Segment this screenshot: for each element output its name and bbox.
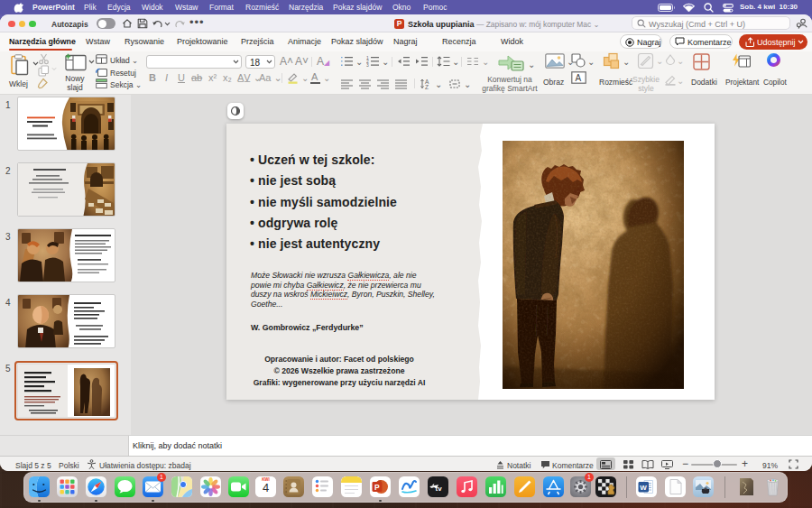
svg-text:P: P	[374, 483, 380, 492]
svg-text:A: A	[576, 73, 582, 83]
svg-text:Z: Z	[425, 84, 429, 90]
svg-text:W: W	[640, 484, 647, 492]
svg-text:3: 3	[366, 62, 369, 67]
svg-text:tv: tv	[436, 485, 443, 493]
